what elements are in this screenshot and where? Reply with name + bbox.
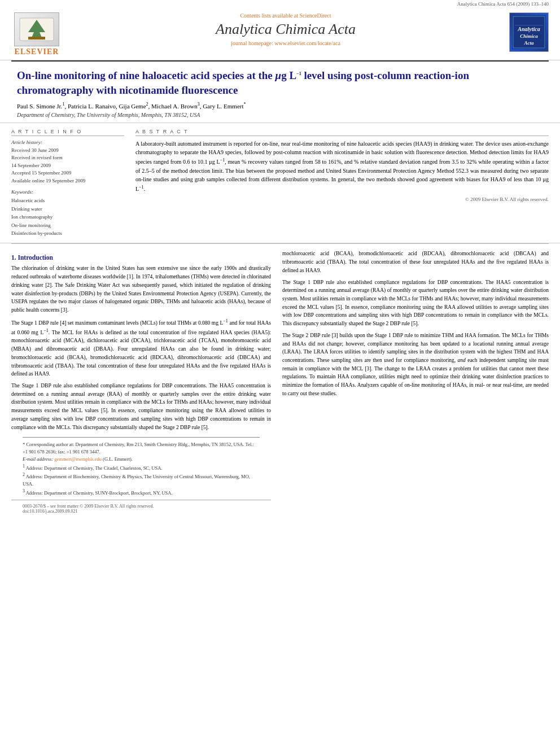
elsevier-logo-image xyxy=(14,12,59,46)
homepage-url[interactable]: www.elsevier.com/locate/aca xyxy=(274,40,340,46)
keywords-title: Keywords: xyxy=(11,189,124,195)
intro-para-3: The Stage 1 DBP rule also established co… xyxy=(11,382,271,431)
journal-header: ELSEVIER Contents lists available at Sci… xyxy=(0,7,560,60)
email-label: E-mail address: xyxy=(23,456,53,462)
emphasis-and: and xyxy=(458,357,466,363)
elsevier-logo: ELSEVIER xyxy=(11,12,62,56)
journal-id-text: Analytica Chimica Acta 654 (2009) 133–14… xyxy=(457,1,549,7)
keywords-section: Keywords: Haloacetic acids Drinking wate… xyxy=(11,189,124,237)
abstract-text: A laboratory-built automated instrument … xyxy=(135,139,549,204)
history-revised-date: 14 September 2009 xyxy=(11,162,124,170)
article-info-label: A R T I C L E I N F O xyxy=(11,129,124,136)
svg-text:Chimica: Chimica xyxy=(520,33,538,39)
homepage-label: journal homepage: xyxy=(231,40,273,46)
science-direct-line: Contents lists available at ScienceDirec… xyxy=(73,12,498,19)
intro-heading: 1. Introduction xyxy=(11,254,271,261)
svg-text:Analytica: Analytica xyxy=(517,26,540,32)
main-left-col: 1. Introduction The chlorination of drin… xyxy=(11,250,271,517)
article-history: Article history: Received 30 June 2009 R… xyxy=(11,139,124,185)
footnote-1: 1 Address: Department of Chemistry, The … xyxy=(23,463,260,472)
main-right-col: mochloroacetic acid (BCAA), bromodichlor… xyxy=(282,250,549,517)
doi-line: doi:10.1016/j.aca.2009.09.021 xyxy=(23,509,260,514)
history-available: Available online 19 September 2009 xyxy=(11,177,124,185)
two-col-section: A R T I C L E I N F O Article history: R… xyxy=(0,123,560,243)
footnote-email: E-mail address: gemmert@memphis.edu (G.L… xyxy=(23,456,260,463)
keyword-3: Ion chromatography xyxy=(11,213,124,221)
history-title: Article history: xyxy=(11,139,124,145)
copyright-text: © 2009 Elsevier B.V. All rights reserved… xyxy=(135,196,549,204)
mu-symbol: μ xyxy=(275,69,282,81)
page-wrapper: Analytica Chimica Acta 654 (2009) 133–14… xyxy=(0,0,560,523)
article-title-section: On-line monitoring of nine haloacetic ac… xyxy=(0,62,560,123)
intro-para-2: The Stage 1 DBP rule [4] set maximum con… xyxy=(11,318,271,378)
journal-homepage: journal homepage: www.elsevier.com/locat… xyxy=(73,40,498,46)
email-attribution: (G.L. Emmert). xyxy=(103,456,133,462)
keyword-1: Haloacetic acids xyxy=(11,196,124,204)
science-direct-prefix: Contents lists available at xyxy=(240,12,298,19)
svg-text:Acta: Acta xyxy=(524,40,534,46)
keyword-4: On-line monitoring xyxy=(11,221,124,229)
history-revised-label: Received in revised form xyxy=(11,154,124,162)
footnote-corresponding: * Corresponding author at: Department of… xyxy=(23,441,260,456)
intro-para-4: mochloroacetic acid (BCAA), bromodichlor… xyxy=(282,250,549,274)
intro-para-5: The Stage 1 DBP rule also established co… xyxy=(282,278,549,328)
keyword-2: Drinking water xyxy=(11,205,124,213)
footnote-2: 2 Address: Department of Biochemistry, C… xyxy=(23,471,260,487)
email-address[interactable]: gemmert@memphis.edu xyxy=(54,456,102,462)
article-title: On-line monitoring of nine haloacetic ac… xyxy=(17,68,543,97)
science-direct-link-text[interactable]: ScienceDirect xyxy=(299,12,331,19)
elsevier-label: ELSEVIER xyxy=(15,47,59,56)
intro-para-6: The Stage 2 DBP rule [3] builds upon the… xyxy=(282,331,549,398)
journal-title: Analytica Chimica Acta xyxy=(73,21,498,38)
history-received: Received 30 June 2009 xyxy=(11,147,124,155)
keyword-5: Disinfection by-products xyxy=(11,229,124,237)
issn-line: 0003-2670/$ – see front matter © 2009 El… xyxy=(23,504,260,509)
svg-rect-2 xyxy=(28,37,45,40)
footnotes-section: * Corresponding author at: Department of… xyxy=(23,437,260,496)
history-accepted: Accepted 15 September 2009 xyxy=(11,169,124,177)
affiliation: Department of Chemistry, The University … xyxy=(17,112,543,118)
authors-line: Paul S. Simone Jr.1, Patricia L. Ranaivo… xyxy=(17,102,543,110)
abstract-label: A B S T R A C T xyxy=(135,129,549,136)
journal-center: Contents lists available at ScienceDirec… xyxy=(62,12,509,46)
article-info-col: A R T I C L E I N F O Article history: R… xyxy=(11,129,124,237)
abstract-col: A B S T R A C T A laboratory-built autom… xyxy=(135,129,549,237)
journal-logo-right: Analytica Chimica Acta xyxy=(509,12,549,52)
main-content: 1. Introduction The chlorination of drin… xyxy=(0,244,560,523)
intro-para-1: The chlorination of drinking water in th… xyxy=(11,264,271,314)
footnote-3: 3 Address: Department of Chemistry, SUNY… xyxy=(23,488,260,497)
journal-id-line: Analytica Chimica Acta 654 (2009) 133–14… xyxy=(0,0,560,7)
bottom-info: 0003-2670/$ – see front matter © 2009 El… xyxy=(11,500,271,517)
